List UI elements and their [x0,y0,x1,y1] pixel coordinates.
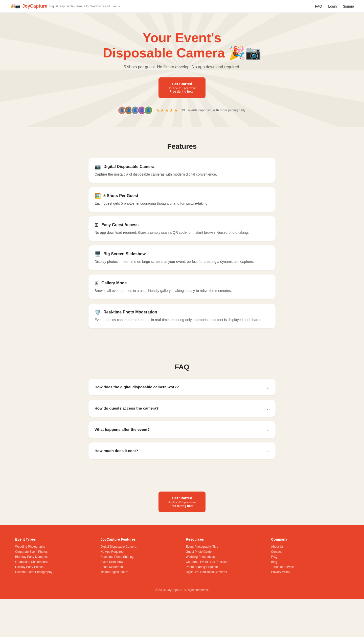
footer-link-3-1[interactable]: Contact [271,550,349,554]
feature-name-1: 5 Shots Per Guest [103,194,138,198]
chevron-down-icon-3: ⌄ [266,448,269,454]
nav-login[interactable]: Login [328,4,337,8]
chevron-down-icon-1: ⌄ [266,406,269,411]
feature-card-2: ⊞ Easy Guest Access No app download requ… [88,216,276,241]
feature-card-5: 🛡️ Real-time Photo Moderation Event admi… [88,304,276,328]
hero-cta-free: Free during beta! [168,90,196,94]
navbar: 🎉📷 JoyCapture Digital Disposable Camera … [0,0,364,13]
feature-name-4: Gallery Mode [101,281,127,285]
avatar-group: 👤 👤 👤 👤 👤 [118,106,153,115]
cta-bottom-button[interactable]: Get Started Flat Fee $10 per event! Free… [158,492,206,512]
footer-col-2: ResourcesEvent Photography TipsGuest Pho… [186,537,264,575]
footer-link-2-0[interactable]: Event Photography Tips [186,545,264,548]
nav-links: FAQ Login Signup [315,4,354,8]
feature-icon-2: ⊞ [95,222,99,228]
footer-link-1-3[interactable]: Event Slideshow [101,560,178,564]
feature-card-1: 🖼️ 5 Shots Per Guest Each guest gets 5 p… [88,187,276,212]
footer-link-0-0[interactable]: Wedding Photography [15,545,93,548]
chevron-down-icon-2: ⌄ [266,427,269,432]
faq-question-1: How do guests access the camera? [95,406,158,410]
brand-emoji: 🎉📷 [10,4,20,9]
feature-icon-5: 🛡️ [95,309,101,315]
faq-item-1[interactable]: How do guests access the camera? ⌄ [88,400,276,417]
faq-question-3: How much does it cost? [95,449,138,453]
chevron-down-icon-0: ⌄ [266,384,269,390]
footer-col-3: CompanyAbout UsContactFAQBlogTerms of Se… [271,537,349,575]
nav-signup[interactable]: Signup [343,4,354,8]
footer-grid: Event TypesWedding PhotographyCorporate … [15,537,349,575]
feature-desc-0: Capture the nostalgia of disposable came… [95,172,269,177]
feature-name-3: Big Screen Slideshow [103,252,146,256]
footer-link-1-4[interactable]: Photo Moderation [101,565,178,569]
feature-name-0: Digital Disposable Camera [103,164,154,169]
feature-name-2: Easy Guest Access [101,223,139,227]
hero-cta-label: Get Started [172,82,192,86]
feature-card-4: ⊞ Gallery Mode Browse all event photos i… [88,274,276,299]
footer-link-2-5[interactable]: Digital vs. Traditional Cameras [186,570,264,574]
faq-question-2: What happens after the event? [95,427,150,432]
footer-col-1: JoyCapture FeaturesDigital Disposable Ca… [101,537,178,575]
footer-col-heading-0: Event Types [15,537,93,541]
features-list: 📷 Digital Disposable Camera Capture the … [88,158,276,328]
feature-icon-0: 📷 [95,164,101,170]
footer-link-3-5[interactable]: Privacy Policy [271,570,349,574]
hero-title-emoji: 🎉📷 [229,46,261,60]
feature-desc-5: Event admins can moderate photos in real… [95,317,269,323]
brand: 🎉📷 JoyCapture Digital Disposable Camera … [10,4,120,9]
hero-social-proof: 👤 👤 👤 👤 👤 ★★★★★ 19+ events captured, wit… [5,106,359,115]
brand-name: JoyCapture [22,4,47,9]
feature-name-5: Real-time Photo Moderation [103,310,157,314]
footer-link-1-1[interactable]: No App Required [101,550,178,554]
footer-link-2-4[interactable]: Photo Sharing Etiquette [186,565,264,569]
hero-cta-sub: Flat Fee $10 per event! [168,86,196,90]
faq-item-2[interactable]: What happens after the event? ⌄ [88,421,276,438]
faq-list: How does the digital disposable camera w… [88,379,276,459]
feature-desc-3: Display photos in real-time on large scr… [95,259,269,264]
nav-faq[interactable]: FAQ [315,4,322,8]
feature-icon-3: 🖥️ [95,251,101,257]
footer-link-1-2[interactable]: Real-time Photo Sharing [101,555,178,559]
features-section: Features 📷 Digital Disposable Camera Cap… [83,127,281,348]
footer-link-3-4[interactable]: Terms of Service [271,565,349,569]
footer: Event TypesWedding PhotographyCorporate … [0,525,364,599]
footer-col-heading-1: JoyCapture Features [101,537,178,541]
faq-item-3[interactable]: How much does it cost? ⌄ [88,442,276,459]
footer-link-0-2[interactable]: Birthday Party Memories [15,555,93,559]
feature-icon-4: ⊞ [95,280,99,286]
feature-card-0: 📷 Digital Disposable Camera Capture the … [88,158,276,183]
social-proof-text: 19+ events captured, with more joining d… [181,108,246,112]
footer-link-0-4[interactable]: Holiday Party Photos [15,565,93,569]
feature-desc-4: Browse all event photos in a user-friend… [95,288,269,293]
footer-link-1-5[interactable]: Instant Digital Album [101,570,178,574]
footer-link-2-3[interactable]: Corporate Event Best Practices [186,560,264,564]
footer-col-0: Event TypesWedding PhotographyCorporate … [15,537,93,575]
features-title: Features [88,142,276,151]
hero-subtitle: 5 shots per guest. No film to develop. N… [5,65,359,69]
faq-question-0: How does the digital disposable camera w… [95,385,179,389]
feature-icon-1: 🖼️ [95,193,101,199]
faq-section: FAQ How does the digital disposable came… [83,348,281,479]
footer-link-0-5[interactable]: Custom Event Photography [15,570,93,574]
cta-bottom-free: Free during beta! [168,504,196,508]
faq-title: FAQ [88,363,276,371]
cta-bottom-sub: Flat Fee $10 per event! [168,500,196,504]
footer-col-heading-2: Resources [186,537,264,541]
footer-link-0-1[interactable]: Corporate Event Photos [15,550,93,554]
hero-title: Your Event's Disposable Camera 🎉📷 [5,30,359,61]
footer-col-heading-3: Company [271,537,349,541]
footer-link-3-0[interactable]: About Us [271,545,349,548]
footer-link-0-3[interactable]: Graduation Celebrations [15,560,93,564]
feature-desc-2: No app download required. Guests simply … [95,230,269,235]
hero-section: Your Event's Disposable Camera 🎉📷 5 shot… [0,13,364,127]
footer-link-2-2[interactable]: Wedding Photo Ideas [186,555,264,559]
brand-tagline: Digital Disposable Camera for Weddings a… [49,5,120,8]
faq-item-0[interactable]: How does the digital disposable camera w… [88,379,276,395]
footer-link-1-0[interactable]: Digital Disposable Camera [101,545,178,548]
hero-cta-button[interactable]: Get Started Flat Fee $10 per event! Free… [158,77,206,98]
footer-link-3-3[interactable]: Blog [271,560,349,564]
cta-bottom-section: Get Started Flat Fee $10 per event! Free… [0,479,364,525]
footer-link-3-2[interactable]: FAQ [271,555,349,559]
cta-bottom-label: Get Started [172,496,192,500]
footer-link-2-1[interactable]: Guest Photo Guide [186,550,264,554]
feature-card-3: 🖥️ Big Screen Slideshow Display photos i… [88,245,276,270]
